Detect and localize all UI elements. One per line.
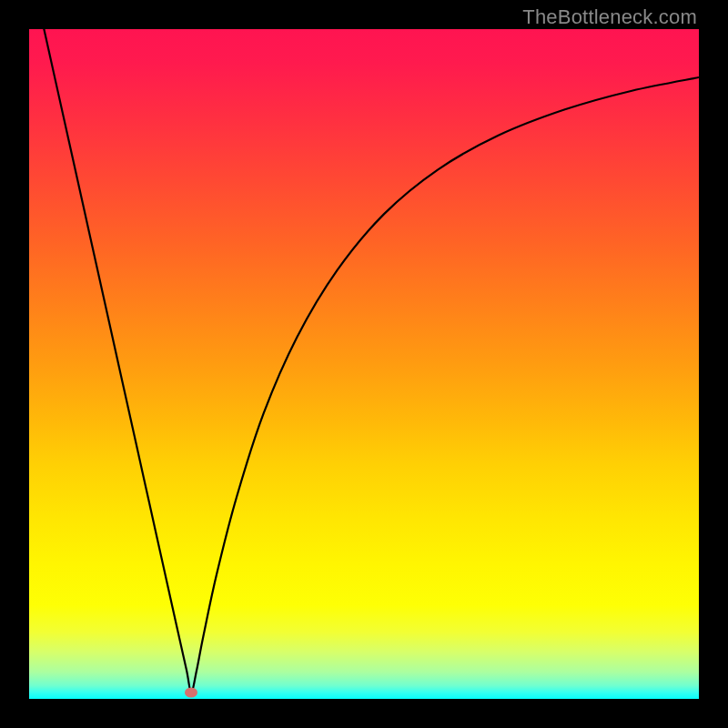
chart-frame: TheBottleneck.com <box>0 0 728 728</box>
bottleneck-curve <box>29 29 699 699</box>
watermark-text: TheBottleneck.com <box>522 5 697 29</box>
optimal-point-marker <box>185 687 197 697</box>
plot-area <box>29 29 699 699</box>
